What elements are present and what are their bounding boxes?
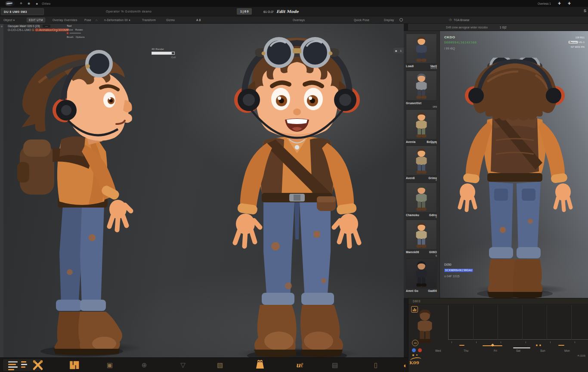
collection-label[interactable]: Drift crew aerogear wider nizcobo	[446, 26, 488, 29]
layer-1-toggle[interactable]: 1	[400, 50, 402, 52]
strip-diamond-icon: ◇	[1, 25, 3, 28]
add-tab-button-2[interactable]: +	[568, 1, 571, 6]
mode-label[interactable]: Edit Mode	[276, 9, 299, 14]
paw-icon[interactable]: ※	[20, 2, 22, 5]
day-label-thu[interactable]: Thu	[464, 349, 468, 352]
toolbar-ab-toggle[interactable]: A 8	[196, 19, 201, 22]
collapse-tab[interactable]: —	[43, 25, 51, 28]
main-3d-viewport[interactable]: Gscuyan Maie! 026 0 (23)— O-C/O-C/5-L-UM…	[3, 24, 404, 357]
user-icon[interactable]: ☻	[35, 2, 38, 5]
scissors-icon[interactable]	[31, 358, 45, 372]
tool-hud-title: Tool	[67, 24, 84, 28]
keyframe-dash-2[interactable]	[558, 345, 564, 346]
toolbar-item-overlays[interactable]: Overlay Overrides	[53, 19, 77, 22]
render-progress-fill	[152, 52, 172, 54]
viewport-breadcrumb: Gscuyan Maie! 026 0 (23)—	[8, 25, 50, 28]
outfit-thumb-1[interactable]: LoadiVae0	[406, 34, 437, 68]
outfit-thumb-4[interactable]: OC 1 Aven8Grimx	[406, 146, 437, 180]
thumb-caption: Avenia	[406, 140, 415, 143]
stats-chip: Bemm	[569, 41, 578, 43]
thumb-caption-2: G06O	[429, 251, 437, 254]
toolbar-display[interactable]: Display	[384, 19, 394, 22]
red-channel-dot[interactable]	[418, 348, 422, 352]
selected-object-path[interactable]: O./Animation/Org/3000M0	[35, 28, 69, 31]
toolbar-item-transform[interactable]: Transform	[142, 19, 156, 22]
toolbar-item-dots[interactable]: ∴	[96, 19, 97, 22]
outfit-thumb-2[interactable]: 1CC5 Gruaveltlet	[406, 71, 437, 105]
blue-channel-dot[interactable]	[412, 348, 416, 352]
left-edge-toolbar[interactable]: ◇	[0, 24, 3, 357]
shading-icon[interactable]: ◉	[395, 49, 397, 52]
viewport-path: O-C/O-C/5-L-UMO G O./Animation/Org/3000M…	[8, 28, 69, 31]
tool-move[interactable]: Move	[67, 28, 73, 31]
cube-icon[interactable]: ▧	[214, 358, 226, 372]
thumb-badge: OC 1	[431, 142, 437, 144]
toolbar-overlays[interactable]: Overlays	[293, 19, 305, 22]
viewport-stats: 118 B11 Bemm UG-1 N7 W03 4%	[569, 35, 585, 50]
day-label-sun[interactable]: Sun	[540, 349, 545, 352]
add-tab-button[interactable]: +	[558, 1, 561, 6]
thumb-caption: Chamoku	[406, 214, 419, 217]
day-label-wed[interactable]: Wed	[435, 349, 441, 352]
product-name: Oitteo	[42, 2, 50, 5]
shield-icon[interactable]: ▽	[176, 358, 189, 372]
compass-icon[interactable]: ⊕	[138, 358, 151, 372]
blocks-icon[interactable]: ▙▜	[67, 358, 80, 372]
waveform-icon[interactable]: uℓ	[293, 358, 306, 372]
headset-icon[interactable]: ◖	[400, 358, 409, 372]
asset-hash[interactable]: D600994L5614X300	[444, 40, 477, 46]
orange-marker: G	[32, 28, 34, 31]
module-icon[interactable]: ▣	[103, 358, 116, 372]
tool-hud: Tool Move Rotate Brush Options	[67, 24, 84, 39]
variant-selected-field[interactable]: DCKN0RN4N190OAU	[444, 269, 473, 272]
red-swatch-icon	[67, 32, 68, 34]
selected-variant-info: D050 DCKN0RN4N190OAU o 04F 1015	[444, 262, 473, 279]
outfit-thumb-3[interactable]: 089 AveniaBeDum	[406, 109, 437, 143]
outfit-thumb-6[interactable]: 2 Mwnnk06G06O	[406, 220, 437, 254]
toolbar-item-gizmo[interactable]: Gizmo	[166, 19, 175, 22]
collection-count: 1 G|2	[500, 26, 507, 29]
loop-ring-icon[interactable]: 49	[412, 340, 418, 346]
pin-icon[interactable]: ◉	[28, 2, 30, 5]
toolbar-quick-pose[interactable]: Quick Pose	[354, 19, 369, 22]
character-front-view[interactable]	[207, 31, 387, 363]
notebook-icon[interactable]: ▯	[369, 358, 382, 372]
outfit-thumb-7-selected[interactable]: 5 Amnt GoGad00	[406, 258, 437, 292]
render-sub-label[interactable]: Cull	[152, 56, 176, 59]
toolbar-item-editmode[interactable]: EDIT UTM	[27, 18, 45, 22]
toolbar-item-pose[interactable]: Pose	[84, 19, 91, 22]
frame-badge[interactable]: 1 | 6 0	[237, 8, 252, 15]
asset-browser-subheader: Drift crew aerogear wider nizcobo 1 G|2	[408, 24, 588, 31]
sync-icon[interactable]: S	[584, 9, 586, 13]
file-name-box[interactable]: DU 8 UW0 0M3	[1, 8, 44, 15]
timeline-logo: K09	[409, 360, 419, 365]
browse-label[interactable]: TGA Browse	[454, 19, 469, 22]
day-label-sat[interactable]: Sat	[516, 349, 520, 352]
thumb-badge: 1CC5	[430, 67, 437, 69]
sparkle-dots	[412, 354, 418, 356]
lamp-icon[interactable]	[253, 358, 267, 372]
asset-browser-header: ◷ TGA Browse	[408, 16, 588, 24]
day-label-mon[interactable]: Mon	[564, 349, 570, 352]
thumb-badge: 2	[436, 179, 437, 181]
keyframe-dash[interactable]	[459, 345, 464, 346]
keyframe-dot-1[interactable]	[536, 344, 538, 346]
character-side-view[interactable]	[13, 48, 146, 356]
keyframe-dot-2[interactable]	[539, 344, 541, 346]
workspace-label[interactable]: Overless 1	[538, 2, 551, 5]
timeline-header[interactable]: D803	[409, 298, 588, 304]
timeline-graph[interactable]	[448, 305, 588, 340]
toolbar-item-modifiers[interactable]: n-Deformation 00 ▾	[104, 19, 130, 22]
back-view-viewport[interactable]: CKDO D600994L5614X300 i 99 r6Q 118 B11 B…	[440, 31, 588, 298]
tool-rotate[interactable]: Rotate	[75, 28, 83, 31]
toolbar-item-object[interactable]: Object ▾	[3, 19, 15, 22]
save-icon[interactable]: ▤	[328, 358, 342, 372]
display-circle-icon[interactable]	[399, 18, 403, 22]
thumb-caption: Loadi	[406, 65, 414, 68]
tool-brush[interactable]: Brush	[67, 36, 74, 38]
outfit-thumb-5[interactable]: 2 ChamokuGdlro	[406, 183, 437, 217]
keyframe-range-white[interactable]	[513, 347, 530, 348]
day-label-fri[interactable]: Fri	[494, 349, 497, 352]
tool-slider[interactable]	[70, 33, 81, 34]
tool-options[interactable]: Options	[76, 36, 85, 38]
